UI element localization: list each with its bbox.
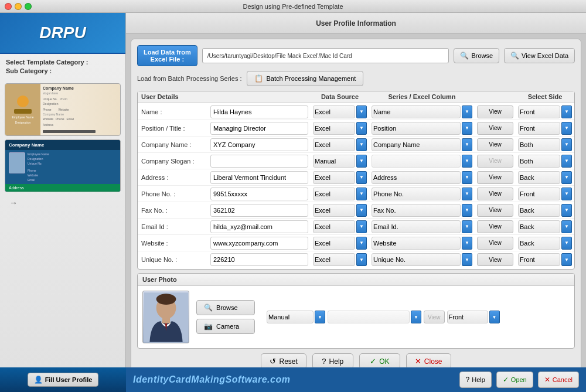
series-arrow-fax[interactable]: ▼ [462, 204, 472, 217]
series-arrow-unique[interactable]: ▼ [462, 253, 472, 266]
side-arrow-website[interactable]: ▼ [561, 237, 572, 250]
side-select-unique[interactable]: FrontBackBoth [518, 253, 560, 266]
side-select-name[interactable]: FrontBackBoth [518, 105, 560, 118]
series-select-email[interactable]: Email Id. [372, 220, 461, 233]
series-arrow-website[interactable]: ▼ [462, 237, 472, 250]
side-select-website[interactable]: FrontBackBoth [518, 237, 560, 250]
view-button-unique[interactable]: View [477, 253, 513, 266]
side-arrow-phone[interactable]: ▼ [561, 188, 572, 200]
series-arrow-position[interactable]: ▼ [462, 122, 472, 135]
close-button[interactable]: ✕ Close [406, 353, 451, 369]
series-select-fax[interactable]: Fax No. [372, 204, 461, 217]
photo-side-select[interactable]: Front Back Both [447, 311, 488, 323]
photo-side-arrow[interactable]: ▼ [489, 311, 500, 323]
source-select-unique[interactable]: ExcelManual [313, 253, 355, 266]
side-arrow-name[interactable]: ▼ [561, 105, 572, 118]
series-arrow-company[interactable]: ▼ [462, 138, 472, 151]
series-select-company[interactable]: Company Name [372, 138, 461, 151]
source-arrow-fax[interactable]: ▼ [356, 204, 367, 217]
view-button-slogan[interactable]: View [477, 155, 513, 168]
series-arrow-email[interactable]: ▼ [462, 220, 472, 233]
side-select-email[interactable]: FrontBackBoth [518, 220, 560, 233]
field-input-website[interactable] [210, 237, 308, 250]
series-select-position[interactable]: Position [372, 122, 461, 135]
field-input-slogan[interactable] [210, 155, 308, 168]
series-select-address[interactable]: Address [372, 171, 461, 184]
help-button-dialog[interactable]: ? Help [312, 353, 353, 369]
view-button-company[interactable]: View [477, 138, 513, 151]
source-arrow-phone[interactable]: ▼ [356, 188, 367, 200]
side-select-company[interactable]: FrontBackBoth [518, 138, 560, 151]
source-select-address[interactable]: ExcelManual [313, 171, 355, 184]
source-select-position[interactable]: ExcelManual [313, 122, 355, 135]
field-input-phone[interactable] [210, 188, 308, 200]
reset-button[interactable]: ↺ Reset [261, 353, 306, 369]
batch-processing-button[interactable]: 📋 Batch Processing Management [247, 71, 364, 86]
source-select-company[interactable]: ExcelManual [313, 138, 355, 151]
field-input-position[interactable] [210, 122, 308, 135]
view-button-fax[interactable]: View [477, 204, 513, 217]
cancel-button[interactable]: ✕ Cancel [538, 371, 579, 388]
field-input-fax[interactable] [210, 204, 308, 217]
series-select-slogan[interactable] [372, 155, 461, 168]
maximize-window-button[interactable] [25, 3, 32, 10]
series-select-name[interactable]: Name [372, 105, 461, 118]
source-arrow-unique[interactable]: ▼ [356, 253, 367, 266]
series-select-phone[interactable]: Phone No. [372, 188, 461, 200]
side-select-phone[interactable]: FrontBackBoth [518, 188, 560, 200]
browse-excel-button[interactable]: 🔍 Browse [454, 48, 499, 63]
series-arrow-phone[interactable]: ▼ [462, 188, 472, 200]
help-button-bottom[interactable]: ? Help [459, 371, 492, 388]
view-button-email[interactable]: View [477, 220, 513, 233]
photo-source-select[interactable]: Manual Excel [267, 311, 314, 323]
ok-button[interactable]: ✓ OK [359, 353, 400, 369]
photo-browse-button[interactable]: 🔍 Browse [196, 300, 255, 315]
field-input-unique[interactable] [210, 253, 308, 266]
side-arrow-address[interactable]: ▼ [561, 171, 572, 184]
series-arrow-name[interactable]: ▼ [462, 105, 472, 118]
source-select-name[interactable]: ExcelManual [313, 105, 355, 118]
view-button-position[interactable]: View [477, 122, 513, 135]
source-arrow-company[interactable]: ▼ [356, 138, 367, 151]
series-arrow-slogan[interactable]: ▼ [462, 155, 472, 168]
side-select-fax[interactable]: FrontBackBoth [518, 204, 560, 217]
source-arrow-address[interactable]: ▼ [356, 171, 367, 184]
side-arrow-unique[interactable]: ▼ [561, 253, 572, 266]
photo-series-select[interactable] [328, 311, 410, 323]
view-button-address[interactable]: View [477, 171, 513, 184]
close-window-button[interactable] [5, 3, 12, 10]
side-arrow-position[interactable]: ▼ [561, 122, 572, 135]
side-arrow-slogan[interactable]: ▼ [561, 155, 572, 168]
photo-source-arrow[interactable]: ▼ [315, 311, 325, 323]
source-arrow-email[interactable]: ▼ [356, 220, 367, 233]
card-preview-2[interactable]: Company Name Employee Name Designation U… [5, 139, 121, 192]
source-select-slogan[interactable]: ManualExcel [313, 155, 355, 168]
photo-series-arrow[interactable]: ▼ [411, 311, 421, 323]
series-select-unique[interactable]: Unique No. [372, 253, 461, 266]
source-arrow-slogan[interactable]: ▼ [356, 155, 367, 168]
side-arrow-email[interactable]: ▼ [561, 220, 572, 233]
field-input-email[interactable] [210, 220, 308, 233]
field-input-name[interactable] [210, 105, 308, 118]
photo-view-button[interactable]: View [424, 311, 445, 323]
source-select-website[interactable]: ExcelManual [313, 237, 355, 250]
view-button-name[interactable]: View [477, 105, 513, 118]
source-select-email[interactable]: ExcelManual [313, 220, 355, 233]
minimize-window-button[interactable] [15, 3, 22, 10]
card-preview-1[interactable]: Employee Name Designation Company Name s… [5, 83, 121, 136]
series-arrow-address[interactable]: ▼ [462, 171, 472, 184]
side-arrow-company[interactable]: ▼ [561, 138, 572, 151]
source-arrow-website[interactable]: ▼ [356, 237, 367, 250]
source-select-phone[interactable]: ExcelManual [313, 188, 355, 200]
camera-button[interactable]: 📷 Camera [196, 319, 255, 334]
field-input-company-name[interactable] [210, 138, 308, 151]
source-select-fax[interactable]: ExcelManual [313, 204, 355, 217]
side-select-slogan[interactable]: FrontBackBoth [518, 155, 560, 168]
source-arrow-name[interactable]: ▼ [356, 105, 367, 118]
field-input-address[interactable] [210, 171, 308, 184]
view-button-website[interactable]: View [477, 237, 513, 250]
side-select-address[interactable]: FrontBackBoth [518, 171, 560, 184]
view-button-phone[interactable]: View [477, 188, 513, 200]
open-button[interactable]: ✓ Open [496, 371, 533, 388]
view-excel-button[interactable]: 🔍 View Excel Data [504, 48, 575, 63]
